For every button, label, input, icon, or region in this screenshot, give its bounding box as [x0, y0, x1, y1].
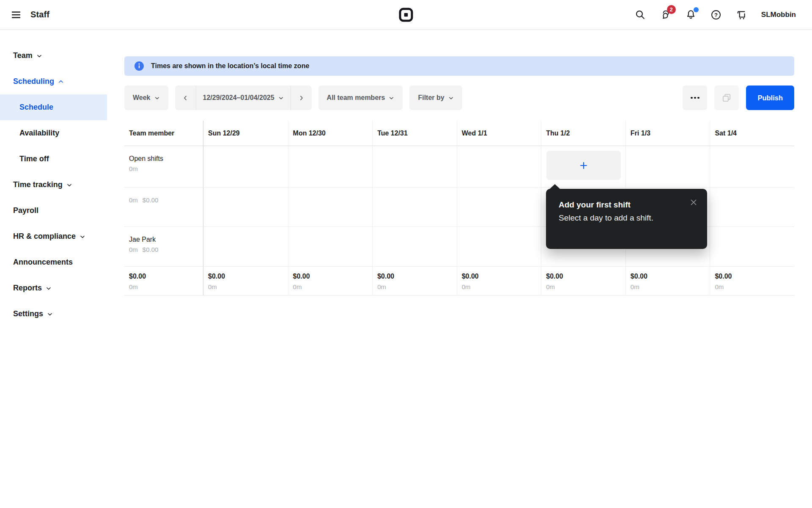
sidebar: Team Scheduling Schedule Availability Ti… [0, 30, 107, 508]
sidebar-item-announcements[interactable]: Announcements [0, 249, 107, 275]
chevron-down-icon [278, 95, 284, 101]
notification-dot [694, 7, 699, 12]
shift-cell[interactable] [203, 146, 288, 188]
shift-cell[interactable] [288, 188, 373, 227]
shift-cell[interactable] [372, 188, 457, 227]
shift-cell[interactable] [710, 146, 794, 188]
date-navigation: 12/29/2024–01/04/2025 [175, 86, 312, 110]
column-header-fri: Fri 1/3 [625, 121, 710, 146]
page-title: Staff [30, 10, 49, 19]
schedule-table: Team member Sun 12/29 Mon 12/30 Tue 12/3… [124, 121, 794, 295]
chevron-left-icon[interactable] [175, 86, 196, 110]
shift-cell[interactable] [457, 188, 541, 227]
publish-button[interactable]: Publish [746, 86, 794, 110]
team-member-filter[interactable]: All team members [318, 86, 403, 110]
shift-cell[interactable] [625, 146, 710, 188]
search-icon[interactable] [634, 9, 646, 20]
filter-by-button[interactable]: Filter by [409, 86, 462, 110]
chevron-down-icon [80, 234, 85, 240]
totals-cell: $0.00 0m [710, 267, 794, 295]
user-menu[interactable]: SLMobbin [761, 11, 796, 19]
schedule-toolbar: Week 12/29/2024–01/04/2025 All team memb… [124, 86, 794, 110]
sidebar-item-scheduling[interactable]: Scheduling [0, 69, 107, 94]
shift-cell[interactable] [372, 146, 457, 188]
more-options-button[interactable] [683, 86, 707, 110]
chevron-down-icon [448, 95, 454, 101]
help-icon[interactable]: ? [710, 9, 722, 20]
tooltip-body: Select a day to add a shift. [559, 213, 695, 223]
ellipsis-icon [691, 97, 693, 99]
totals-cell: $0.00 0m [541, 267, 625, 295]
shift-cell[interactable] [457, 227, 541, 267]
totals-cell: $0.00 0m [124, 267, 203, 295]
chevron-right-icon[interactable] [291, 86, 312, 110]
chat-badge: 2 [667, 5, 676, 14]
totals-cell: $0.00 0m [203, 267, 288, 295]
sidebar-item-reports[interactable]: Reports [0, 275, 107, 301]
totals-cell: $0.00 0m [288, 267, 373, 295]
shift-cell[interactable] [203, 227, 288, 267]
cart-icon[interactable] [736, 9, 747, 20]
copy-schedule-button[interactable] [714, 86, 739, 110]
plus-icon [579, 161, 588, 170]
column-header-wed: Wed 1/1 [457, 121, 541, 146]
totals-cell: $0.00 0m [457, 267, 541, 295]
chevron-up-icon [58, 79, 64, 85]
sidebar-item-schedule[interactable]: Schedule [0, 94, 107, 120]
chevron-down-icon [389, 95, 394, 101]
chevron-down-icon [154, 95, 160, 101]
row-label-open-shifts: Open shifts 0m [124, 146, 203, 188]
hamburger-menu-icon[interactable] [11, 10, 21, 20]
top-bar: Staff 2 [0, 0, 812, 30]
column-header-team-member: Team member [124, 121, 203, 146]
main-content: Times are shown in the location’s local … [107, 30, 812, 508]
shift-cell[interactable] [457, 146, 541, 188]
column-header-tue: Tue 12/31 [372, 121, 457, 146]
bell-icon[interactable] [685, 9, 697, 20]
shift-cell[interactable] [203, 188, 288, 227]
timezone-banner-text: Times are shown in the location’s local … [151, 62, 309, 70]
sidebar-item-hr-compliance[interactable]: HR & compliance [0, 224, 107, 249]
sidebar-item-team[interactable]: Team [0, 43, 107, 69]
square-logo [399, 8, 413, 22]
sidebar-item-time-tracking[interactable]: Time tracking [0, 172, 107, 198]
column-header-sat: Sat 1/4 [710, 121, 794, 146]
sidebar-item-payroll[interactable]: Payroll [0, 198, 107, 224]
totals-cell: $0.00 0m [625, 267, 710, 295]
shift-cell[interactable] [288, 227, 373, 267]
column-header-thu: Thu 1/2 [541, 121, 625, 146]
shift-cell[interactable] [710, 227, 794, 267]
chevron-down-icon [66, 182, 72, 188]
column-header-mon: Mon 12/30 [288, 121, 373, 146]
add-first-shift-tooltip: Add your first shift Select a day to add… [546, 189, 707, 249]
shift-cell[interactable] [288, 146, 373, 188]
totals-cell: $0.00 0m [372, 267, 457, 295]
chevron-down-icon [36, 53, 42, 59]
tooltip-title: Add your first shift [559, 200, 695, 210]
info-icon [134, 61, 144, 71]
toolbar-actions: Publish [683, 86, 794, 110]
timezone-banner: Times are shown in the location’s local … [124, 56, 794, 76]
svg-text:?: ? [714, 11, 718, 18]
copy-icon [721, 92, 732, 103]
sidebar-item-time-off[interactable]: Time off [0, 146, 107, 172]
shift-cell[interactable] [372, 227, 457, 267]
shift-cell[interactable] [541, 146, 625, 188]
chevron-down-icon [47, 311, 53, 317]
shift-cell[interactable] [710, 188, 794, 227]
row-label-jae-park: Jae Park 0m$0.00 [124, 227, 203, 267]
chat-icon[interactable]: 2 [660, 9, 671, 20]
chevron-down-icon [46, 285, 52, 291]
row-label-member: 0m$0.00 [124, 188, 203, 227]
date-range-selector[interactable]: 12/29/2024–01/04/2025 [196, 86, 291, 110]
add-shift-button[interactable] [546, 151, 621, 180]
view-selector[interactable]: Week [124, 86, 168, 110]
topbar-actions: 2 ? SLMobbin [634, 9, 796, 20]
sidebar-item-availability[interactable]: Availability [0, 120, 107, 146]
sidebar-item-settings[interactable]: Settings [0, 301, 107, 327]
close-icon[interactable] [690, 199, 697, 206]
column-header-sun: Sun 12/29 [203, 121, 288, 146]
